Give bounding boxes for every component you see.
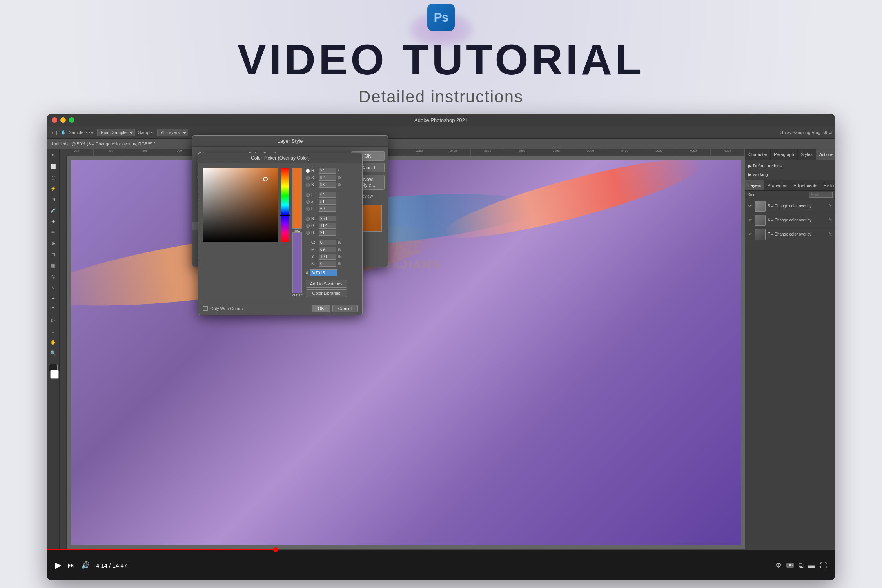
brush-tool[interactable]: ✏: [48, 227, 58, 238]
play-button[interactable]: ▶: [55, 560, 62, 570]
layer-item-7[interactable]: 👁 7 – Change color overlay fx: [745, 227, 835, 241]
theater-icon[interactable]: ▬: [808, 561, 815, 570]
lasso-tool[interactable]: ◌: [48, 172, 58, 183]
move-tool[interactable]: ↖: [48, 151, 58, 161]
b-rgb-radio[interactable]: [306, 231, 310, 235]
brightness-input[interactable]: [319, 182, 336, 188]
r-row: R:: [306, 216, 347, 221]
blur-tool[interactable]: ◎: [48, 271, 58, 281]
close-window-button[interactable]: [52, 117, 57, 123]
path-tool[interactable]: ▷: [48, 315, 58, 325]
layer-item-5[interactable]: 👁 5 – Change color overlay fx: [745, 199, 835, 213]
g-input[interactable]: [319, 223, 336, 229]
l-input[interactable]: [319, 192, 336, 198]
tab-paragraph[interactable]: Paragraph: [771, 149, 797, 160]
saturation-radio[interactable]: [306, 176, 310, 180]
tab-styles[interactable]: Styles: [798, 149, 816, 160]
y-input[interactable]: [319, 254, 336, 260]
maximize-window-button[interactable]: [69, 117, 74, 123]
color-picker-cancel-button[interactable]: Cancel: [332, 305, 358, 312]
sample-size-select[interactable]: Point Sample: [97, 129, 135, 136]
r-radio[interactable]: [306, 217, 310, 221]
ps-top-panel-tabs: Character Paragraph Styles Actions: [745, 149, 835, 160]
shape-tool[interactable]: □: [48, 326, 58, 336]
k-input[interactable]: [319, 261, 336, 267]
sample-layer-select[interactable]: All Layers: [157, 129, 188, 136]
c-input[interactable]: [319, 240, 336, 245]
eyedropper-icon[interactable]: 💧: [60, 130, 66, 135]
m-input[interactable]: [319, 247, 336, 252]
volume-button[interactable]: 🔊: [81, 561, 90, 570]
layer-visibility-icon[interactable]: 👁: [748, 204, 752, 208]
marquee-tool[interactable]: ⬜: [48, 162, 58, 172]
tab-actions[interactable]: Actions: [816, 149, 835, 160]
hand-tool[interactable]: ✋: [48, 337, 58, 347]
l-radio[interactable]: [306, 193, 310, 197]
crop-tool[interactable]: ⊡: [48, 194, 58, 205]
saturation-label: S:: [311, 176, 317, 180]
zoom-tool[interactable]: 🔍: [48, 348, 58, 358]
healing-tool[interactable]: ✚: [48, 216, 58, 227]
a-radio[interactable]: [306, 200, 310, 204]
hue-radio[interactable]: [306, 169, 310, 173]
ruler-mark-600: 600: [128, 149, 162, 156]
eyedropper-tool[interactable]: 💉: [48, 205, 58, 216]
web-colors-checkbox[interactable]: [203, 306, 208, 311]
dodge-tool[interactable]: ○: [48, 282, 58, 292]
eraser-tool[interactable]: ◻: [48, 249, 58, 260]
color-picker-ok-button[interactable]: OK: [312, 305, 330, 312]
sample-size-label: Sample Size:: [69, 130, 94, 135]
pip-icon[interactable]: ⧉: [799, 561, 804, 570]
tab-character[interactable]: Character: [745, 149, 771, 160]
color-libraries-button[interactable]: Color Libraries: [306, 289, 347, 297]
tab-properties[interactable]: Properties: [764, 180, 790, 190]
g-row: G:: [306, 223, 347, 229]
b-lab-radio[interactable]: [306, 207, 310, 211]
background-color[interactable]: [50, 370, 59, 379]
ps-doc-tab[interactable]: Untitled-1 @ 50% (3 – Change color overl…: [47, 139, 835, 149]
progress-bar[interactable]: [47, 549, 835, 550]
ps-main-area: ↖ ⬜ ◌ ⚡ ⊡ 💉 ✚ ✏ ⊕ ◻ ▦ ◎ ○ ✒ T ▷ □ ✋ 🔍: [47, 149, 835, 549]
page-subtitle: Detailed instructions: [359, 87, 523, 106]
color-gradient-picker[interactable]: [203, 168, 278, 242]
gradient-tool[interactable]: ▦: [48, 260, 58, 270]
y-label: Y:: [311, 254, 317, 259]
hue-strip[interactable]: [281, 168, 289, 242]
r-input[interactable]: [319, 216, 336, 221]
brightness-radio[interactable]: [306, 183, 310, 187]
hue-cursor: [280, 215, 290, 216]
minimize-window-button[interactable]: [60, 117, 66, 123]
g-radio[interactable]: [306, 224, 310, 228]
tab-history[interactable]: History: [820, 180, 835, 190]
ruler-mark-3800: 3800: [642, 149, 676, 156]
b-lab-input[interactable]: [319, 206, 336, 212]
saturation-input[interactable]: [319, 175, 336, 181]
fullscreen-icon[interactable]: ⛶: [820, 561, 827, 570]
hd-badge-container: HD: [786, 563, 794, 568]
magic-wand-tool[interactable]: ⚡: [48, 183, 58, 194]
tab-adjustments[interactable]: Adjustments: [790, 180, 820, 190]
layer-visibility-icon-3[interactable]: 👁: [748, 232, 752, 236]
clone-tool[interactable]: ⊕: [48, 238, 58, 249]
add-to-swatches-button[interactable]: Add to Swatches: [306, 280, 347, 288]
actions-item-working[interactable]: ▶ working: [747, 170, 833, 179]
settings-icon[interactable]: ⚙: [775, 561, 782, 570]
a-input[interactable]: [319, 199, 336, 205]
ps-canvas-area: 200 400 600 800 1000 1200 1400 1600 1800…: [60, 149, 745, 549]
pen-tool[interactable]: ✒: [48, 293, 58, 303]
type-tool[interactable]: T: [48, 304, 58, 314]
tab-layers[interactable]: Layers: [745, 180, 764, 190]
hue-input[interactable]: [319, 168, 336, 174]
b-rgb-row: B:: [306, 230, 347, 236]
a-row: a:: [306, 199, 347, 205]
layers-search-input[interactable]: [809, 192, 833, 198]
layer-item-6[interactable]: 👁 6 – Change color overlay fx: [745, 213, 835, 227]
home-icon[interactable]: ⌂: [50, 130, 53, 135]
hex-input[interactable]: [310, 269, 337, 276]
actions-item-default[interactable]: ▶ Default Actions: [747, 162, 833, 170]
progress-bar-handle[interactable]: [273, 547, 278, 552]
layer-visibility-icon-2[interactable]: 👁: [748, 218, 752, 222]
next-button[interactable]: ⏭: [68, 561, 75, 570]
window-controls: [52, 117, 74, 123]
b-rgb-input[interactable]: [319, 230, 336, 236]
